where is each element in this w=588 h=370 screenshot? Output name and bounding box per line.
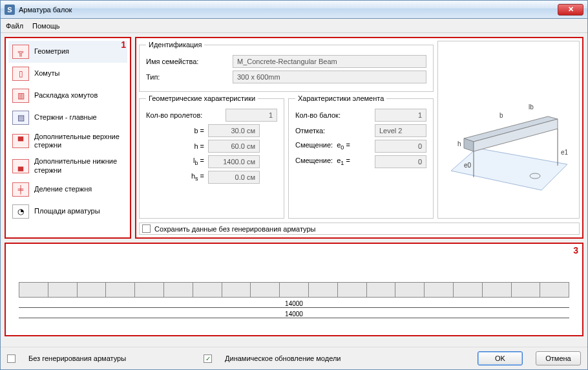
app-icon: S (5, 5, 15, 15)
beam-count-label: Кол-во балок: (295, 111, 371, 119)
sidebar-item-stirrup-layout[interactable]: ▥ Раскладка хомутов (8, 85, 127, 107)
dyn-checkbox[interactable] (204, 354, 212, 363)
svg-text:e0: e0 (464, 162, 472, 169)
beam-count-field (375, 109, 426, 122)
panel-num-3: 3 (573, 245, 578, 256)
sidebar-item-rebar-area[interactable]: ◔ Площади арматуры (8, 201, 127, 223)
identification-legend: Идентификация (146, 41, 204, 49)
main-bars-icon: ▤ (12, 111, 29, 125)
geometry-legend: Геометрические характеристики (146, 94, 258, 102)
svg-text:lb: lb (529, 103, 534, 111)
close-button[interactable]: ✕ (558, 4, 583, 16)
stirrups-icon: ▯ (12, 67, 29, 81)
save-checkbox[interactable] (142, 224, 151, 233)
dyn-label: Динамическое обновление модели (225, 354, 341, 362)
sidebar-item-bar-division[interactable]: ╪ Деление стержня (8, 179, 127, 201)
save-label: Сохранить данные без генерирования армат… (154, 225, 316, 233)
dimension-1: 14000 (19, 305, 569, 308)
hs-field (208, 171, 260, 184)
dimension-2: 14000 (19, 316, 569, 318)
preview-3d: lb b h e0 e1 (437, 41, 580, 219)
menubar: Файл Помощь (1, 19, 587, 33)
h-field (208, 140, 260, 153)
lb-label: lb = (146, 157, 204, 166)
geometry-group: Геометрические характеристики Кол-во про… (139, 94, 284, 219)
offset1-field (375, 155, 426, 168)
svg-text:b: b (499, 112, 503, 119)
identification-group: Идентификация Имя семейства: Тип: (139, 41, 434, 92)
sidebar-item-main-bars[interactable]: ▤ Стержни - главные (8, 107, 127, 129)
level-field (375, 124, 426, 137)
level-label: Отметка: (295, 127, 371, 135)
sidebar-panel: 1 ╦ Геометрия ▯ Хомуты ▥ Раскладка хомут… (5, 37, 131, 239)
beam-elevation-icon (19, 282, 569, 298)
save-row: Сохранить данные без генерирования армат… (139, 223, 580, 235)
svg-marker-0 (451, 148, 567, 190)
main-panel: 2 Идентификация Имя семейства: Тип: (135, 37, 583, 239)
sidebar-item-stirrups[interactable]: ▯ Хомуты (8, 63, 127, 85)
menu-help[interactable]: Помощь (32, 22, 60, 30)
h-label: h = (146, 142, 204, 150)
family-label: Имя семейства: (146, 58, 229, 65)
window-title: Арматура балок (19, 6, 558, 14)
type-field (233, 71, 426, 83)
cancel-button[interactable]: Отмена (536, 351, 581, 365)
svg-text:e1: e1 (561, 149, 569, 156)
content: 1 ╦ Геометрия ▯ Хомуты ▥ Раскладка хомут… (1, 33, 587, 347)
app-window: S Арматура балок ✕ Файл Помощь 1 ╦ Геоме… (0, 0, 588, 370)
b-label: b = (146, 127, 204, 135)
b-field (208, 124, 260, 137)
rebar-area-icon: ◔ (12, 204, 29, 219)
titlebar: S Арматура балок ✕ (1, 1, 587, 19)
nogen-checkbox[interactable] (7, 354, 16, 363)
hs-label: hs = (146, 172, 204, 182)
family-field (233, 55, 426, 68)
nogen-label: Без генерирования арматуры (28, 354, 126, 362)
panel-num-1: 1 (121, 39, 126, 50)
ok-button[interactable]: OK (478, 351, 523, 365)
footer: Без генерирования арматуры Динамическое … (1, 347, 587, 369)
offset0-field (375, 140, 426, 153)
bottom-bars-icon: ▄ (12, 159, 29, 173)
lb-field (208, 155, 260, 168)
element-group: Характеристики элемента Кол-во балок: От… (288, 94, 434, 219)
bar-division-icon: ╪ (12, 182, 29, 197)
sidebar-item-top-bars[interactable]: ▀ Дополнительные верхние стержни (8, 129, 127, 153)
sidebar-item-bottom-bars[interactable]: ▄ Дополнительные нижние стержни (8, 153, 127, 178)
offset1-label: Смещение: e1 = (295, 157, 371, 166)
stirrup-layout-icon: ▥ (12, 89, 29, 103)
geometry-icon: ╦ (12, 45, 29, 59)
svg-text:h: h (457, 140, 461, 147)
top-bars-icon: ▀ (12, 134, 29, 148)
spans-field (226, 109, 277, 122)
menu-file[interactable]: Файл (6, 22, 23, 30)
element-legend: Характеристики элемента (295, 94, 386, 102)
diagram-panel: 3 14000 14000 (5, 243, 583, 336)
beam-3d-icon: lb b h e0 e1 (438, 41, 579, 210)
offset0-label: Смещение: e0 = (295, 141, 371, 151)
type-label: Тип: (146, 73, 229, 81)
spans-label: Кол-во пролетов: (146, 111, 222, 119)
sidebar-item-geometry[interactable]: ╦ Геометрия (8, 41, 127, 63)
